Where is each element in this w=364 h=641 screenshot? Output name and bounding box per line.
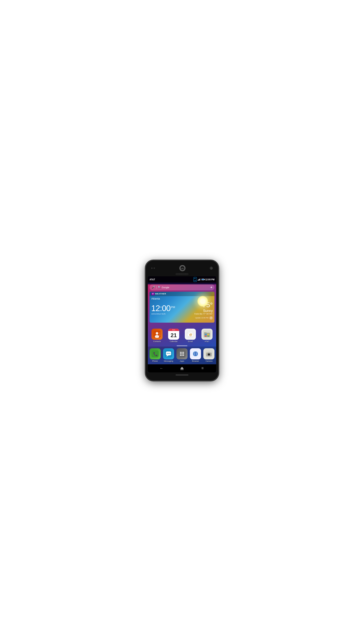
contacts-label: Contacts (153, 340, 161, 342)
weather-provider-label: WEATHER (155, 293, 166, 295)
app-messaging[interactable]: Messaging (162, 348, 175, 362)
messaging-icon[interactable] (163, 348, 174, 360)
signal-bar-3 (199, 279, 199, 280)
messaging-label: Messaging (164, 360, 173, 362)
browser-label: Browser (192, 360, 199, 362)
svg-point-24 (170, 353, 170, 354)
sensor-dot-1 (151, 268, 152, 269)
svg-point-26 (180, 352, 181, 353)
weather-time: 12:00 (151, 304, 170, 312)
weather-header: Y! WEATHER (150, 292, 214, 296)
svg-rect-47 (208, 352, 210, 353)
apps-svg (178, 350, 186, 358)
contacts-icon[interactable] (152, 328, 162, 340)
svg-point-32 (180, 355, 181, 356)
camera-icon[interactable] (203, 348, 214, 360)
lg-circle-icon: LG (180, 265, 186, 271)
phone-top-hardware: LG (148, 264, 216, 273)
lte-badge: 4G LTE (194, 277, 197, 282)
svg-point-30 (181, 353, 182, 354)
att-svg (203, 330, 211, 338)
att-icon[interactable] (202, 328, 212, 340)
app-email[interactable]: @ Email (183, 328, 198, 342)
svg-rect-15 (208, 334, 209, 335)
dock: 📞 Phone (148, 346, 216, 364)
home-button-bar (176, 374, 188, 376)
svg-rect-17 (208, 336, 209, 336)
weather-widget[interactable]: Y! WEATHER Atlanta 12:00 PM 10/21/2012 S… (150, 292, 214, 323)
signal-bars-icon (198, 278, 200, 280)
app-camera[interactable]: Camera (203, 348, 215, 362)
app-calendar[interactable]: Sun 21 Calendar (166, 328, 181, 342)
search-bar[interactable]: 🎤 🔍 Google + (150, 284, 214, 290)
google-search-icon: 🔍 (158, 286, 161, 289)
svg-point-34 (183, 355, 184, 356)
email-icon[interactable]: @ (185, 328, 196, 340)
app-browser[interactable]: Browser (189, 348, 202, 362)
sensor-dot-2 (154, 268, 155, 269)
svg-point-22 (167, 353, 168, 354)
browser-icon[interactable] (190, 348, 201, 360)
signal-bar-1 (198, 280, 198, 280)
home-button[interactable] (178, 366, 186, 371)
svg-point-33 (181, 355, 182, 356)
back-button[interactable]: ← (158, 366, 165, 371)
camera-label: Camera (206, 360, 212, 362)
svg-rect-6 (159, 334, 160, 334)
refresh-button[interactable]: ↺ (209, 316, 213, 320)
app-contacts[interactable]: Contacts (150, 328, 164, 342)
microphone-icon[interactable]: 🎤 (152, 286, 155, 289)
calendar-day-label: Sun (168, 328, 179, 331)
carrier-label: AT&T (150, 278, 155, 281)
app-apps[interactable]: Apps (176, 348, 188, 362)
weather-time-area: 12:00 PM 10/21/2012 SUN (151, 304, 175, 315)
dock-indicator (177, 346, 187, 346)
app-att[interactable]: AT&T (200, 328, 214, 342)
add-widget-button[interactable]: + (210, 286, 212, 289)
email-label: Email (188, 340, 193, 342)
time-display: 12:00 PM (205, 278, 214, 281)
weather-ampm: PM (171, 306, 175, 309)
svg-point-31 (183, 353, 184, 354)
app-phone[interactable]: 📞 Phone (149, 348, 161, 362)
home-screen: 🎤 🔍 Google + Y! WEATHER Atlant (148, 284, 216, 372)
phone-svg: 📞 (152, 350, 159, 358)
yahoo-y-icon: Y! (151, 292, 155, 295)
speaker-grill (176, 273, 188, 275)
phone-icon[interactable]: 📞 (150, 348, 161, 360)
calendar-label: Calendar (170, 340, 178, 342)
nav-bar: ← ≡ (148, 364, 216, 372)
messaging-svg (165, 350, 172, 358)
att-label: AT&T (205, 340, 209, 342)
svg-rect-14 (205, 334, 206, 335)
calendar-icon[interactable]: Sun 21 (168, 328, 179, 340)
phone-device: LG AT&T 4G LTE (146, 260, 218, 380)
signal-bar-4 (200, 278, 200, 280)
svg-rect-13 (204, 332, 206, 333)
svg-text:📞: 📞 (153, 352, 158, 356)
weather-update-label: Update 12:00 PM (195, 317, 208, 319)
weather-update-row: Update 12:00 PM ↺ (150, 316, 214, 320)
weather-feels-like: Feels like 77° 85°/65° (194, 313, 213, 315)
google-label[interactable]: Google (162, 286, 169, 289)
email-svg: @ (186, 330, 194, 338)
svg-point-46 (208, 354, 210, 355)
phone-bottom-hardware (148, 372, 216, 377)
svg-rect-48 (206, 353, 207, 354)
search-divider (156, 286, 156, 289)
menu-button[interactable]: ≡ (199, 366, 206, 371)
browser-svg (192, 350, 199, 358)
svg-text:@: @ (189, 333, 192, 336)
svg-point-27 (181, 352, 182, 353)
svg-rect-5 (159, 333, 160, 333)
status-bar: AT&T 4G LTE 12:00 PM (148, 276, 216, 283)
screen: AT&T 4G LTE 12:00 PM (148, 276, 216, 372)
home-icon (180, 366, 184, 370)
svg-point-23 (168, 353, 169, 354)
phone-label: Phone (152, 360, 158, 362)
apps-icon[interactable] (176, 348, 188, 360)
signal-bar-5 (200, 278, 200, 280)
calendar-day-number: 21 (171, 332, 177, 339)
svg-rect-7 (159, 335, 160, 336)
battery-fill (202, 279, 204, 280)
